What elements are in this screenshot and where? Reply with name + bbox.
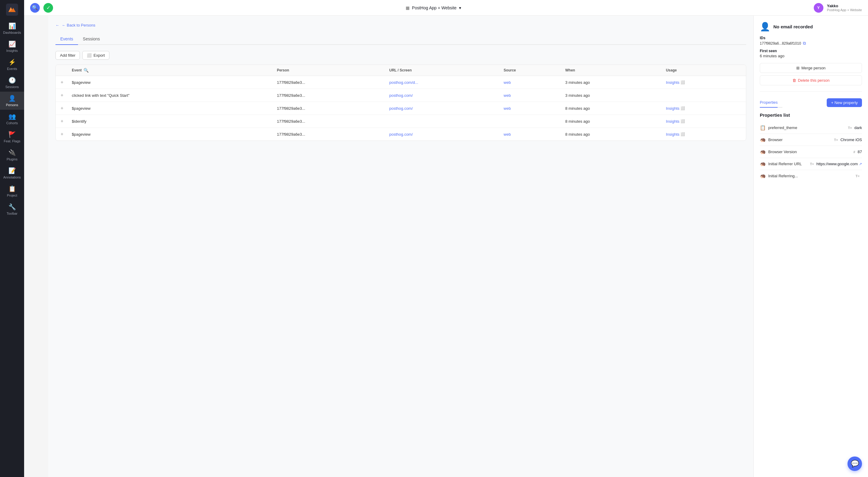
url-link[interactable]: posthog.com/d...: [390, 80, 418, 85]
event-search-icon[interactable]: 🔍: [84, 68, 89, 73]
url-link[interactable]: posthog.com/: [390, 106, 413, 111]
person-card: 👤 No email recorded IDs 177f9829a6...829…: [760, 22, 862, 92]
chat-button[interactable]: 💬: [847, 456, 862, 471]
export-button[interactable]: ⬜ Export: [82, 51, 110, 60]
insights-button[interactable]: Insights ⬜: [666, 106, 685, 111]
event-cell: $identify: [68, 115, 273, 128]
person-cell: 177f9829a6e3...: [273, 128, 386, 141]
expand-button[interactable]: +: [59, 106, 64, 111]
insights-icon: ⬜: [681, 119, 685, 123]
back-to-persons-link[interactable]: ← ← Back to Persons: [56, 23, 746, 27]
check-button[interactable]: ✓: [43, 3, 53, 13]
events-table: Event 🔍 Person URL / Screen Source When …: [56, 64, 746, 141]
insights-icon: ⬜: [681, 106, 685, 110]
add-filter-button[interactable]: Add filter: [56, 51, 80, 60]
expand-button[interactable]: +: [59, 80, 64, 85]
person-id: 177f9829a6e3...: [277, 93, 305, 98]
event-name: $pageview: [72, 132, 90, 137]
insights-button[interactable]: Insights ⬜: [666, 132, 685, 137]
source-cell: [500, 115, 561, 128]
property-row: 🦔 Browser Version # 87: [760, 146, 862, 158]
new-property-label: + New property: [831, 100, 858, 105]
export-label: Export: [93, 53, 105, 58]
expand-button[interactable]: +: [59, 119, 64, 124]
expand-cell: +: [56, 89, 68, 102]
event-cell: clicked link with text "Quick Start": [68, 89, 273, 102]
insights-button[interactable]: Insights ⬜: [666, 119, 685, 124]
sidebar-item-project[interactable]: 📋 Project: [0, 182, 24, 200]
property-key: Browser: [768, 138, 832, 142]
col-when: When: [562, 65, 662, 76]
col-person: Person: [273, 65, 386, 76]
url-cell: [386, 115, 500, 128]
insights-icon: 📈: [8, 40, 16, 48]
external-link-icon[interactable]: ↗: [859, 162, 862, 166]
expand-button[interactable]: +: [59, 93, 64, 98]
url-link[interactable]: posthog.com/: [390, 132, 413, 137]
sidebar-item-cohorts[interactable]: 👥 Cohorts: [0, 110, 24, 128]
copy-id-icon[interactable]: ⧉: [803, 41, 806, 46]
source-link[interactable]: web: [504, 80, 511, 85]
url-cell: posthog.com/: [386, 128, 500, 141]
sidebar-item-label: Project: [7, 193, 17, 197]
sidebar-item-label: Events: [7, 67, 17, 70]
event-cell: $pageview: [68, 102, 273, 115]
person-id: 177f9829a6e3...: [277, 80, 305, 85]
property-icon: 🦔: [760, 173, 766, 179]
usage-cell: Insights ⬜: [662, 102, 746, 115]
merge-icon: ⊞: [796, 66, 800, 70]
search-button[interactable]: 🔍: [30, 3, 40, 13]
delete-person-button[interactable]: 🗑 Delete this person: [760, 76, 862, 85]
when-text: 8 minutes ago: [565, 132, 590, 137]
sidebar-item-sessions[interactable]: 🕐 Sessions: [0, 73, 24, 92]
chevron-down-icon[interactable]: ▾: [459, 5, 461, 10]
usage-cell: Insights ⬜: [662, 76, 746, 89]
sidebar-item-plugins[interactable]: 🔌 Plugins: [0, 146, 24, 164]
tab-sessions[interactable]: Sessions: [78, 33, 105, 45]
sidebar-item-insights[interactable]: 📈 Insights: [0, 37, 24, 56]
topbar: 🔍 ✓ ▦ PostHog App + Website ▾ Y Yakko Po…: [24, 0, 868, 16]
user-info: Yakko PostHog App + Website: [827, 4, 862, 12]
tab-properties[interactable]: Properties: [760, 98, 778, 108]
sidebar-item-events[interactable]: ⚡ Events: [0, 56, 24, 73]
sidebar-item-label: Insights: [6, 49, 18, 53]
main-content: ← ← Back to Persons Events Sessions Add …: [48, 16, 868, 477]
property-icon: 🦔: [760, 149, 766, 155]
insights-button[interactable]: Insights ⬜: [666, 80, 685, 85]
person-cell: 177f9829a6e3...: [273, 102, 386, 115]
when-cell: 8 minutes ago: [562, 115, 662, 128]
expand-cell: +: [56, 102, 68, 115]
tab-events[interactable]: Events: [56, 33, 78, 45]
expand-cell: +: [56, 115, 68, 128]
cohorts-icon: 👥: [8, 113, 16, 120]
source-link[interactable]: web: [504, 93, 511, 98]
sidebar-item-label: Sessions: [5, 85, 19, 89]
sidebar-item-feat-flags[interactable]: 🚩 Feat. Flags: [0, 128, 24, 146]
sidebar-item-persons[interactable]: 👤 Persons: [0, 92, 24, 110]
when-text: 3 minutes ago: [565, 80, 590, 85]
usage-cell: Insights ⬜: [662, 115, 746, 128]
new-property-button[interactable]: + New property: [827, 98, 862, 107]
merge-person-button[interactable]: ⊞ Merge person: [760, 63, 862, 73]
insights-label: Insights: [666, 80, 679, 85]
expand-button[interactable]: +: [59, 131, 64, 137]
usage-cell: Insights ⬜: [662, 128, 746, 141]
avatar: Y: [814, 3, 824, 13]
table-row: + $pageview 177f9829a6e3... posthog.com/…: [56, 76, 746, 89]
sidebar-item-dashboards[interactable]: 📊 Dashboards: [0, 19, 24, 37]
event-name: $pageview: [72, 80, 90, 85]
sidebar-item-label: Cohorts: [6, 121, 18, 125]
url-link[interactable]: posthog.com/: [390, 93, 413, 98]
property-icon: 🦔: [760, 137, 766, 143]
col-source: Source: [500, 65, 561, 76]
sidebar-item-toolbar[interactable]: 🔧 Toolbar: [0, 200, 24, 218]
url-cell: posthog.com/: [386, 102, 500, 115]
sidebar-item-label: Dashboards: [3, 31, 21, 34]
sidebar-item-annotations[interactable]: 📝 Annotations: [0, 164, 24, 182]
person-name: No email recorded: [773, 24, 813, 29]
sidebar-item-label: Toolbar: [7, 212, 18, 215]
property-value: dark: [855, 125, 862, 130]
table-row: + $pageview 177f9829a6e3... posthog.com/…: [56, 102, 746, 115]
source-link[interactable]: web: [504, 132, 511, 137]
source-link[interactable]: web: [504, 106, 511, 111]
